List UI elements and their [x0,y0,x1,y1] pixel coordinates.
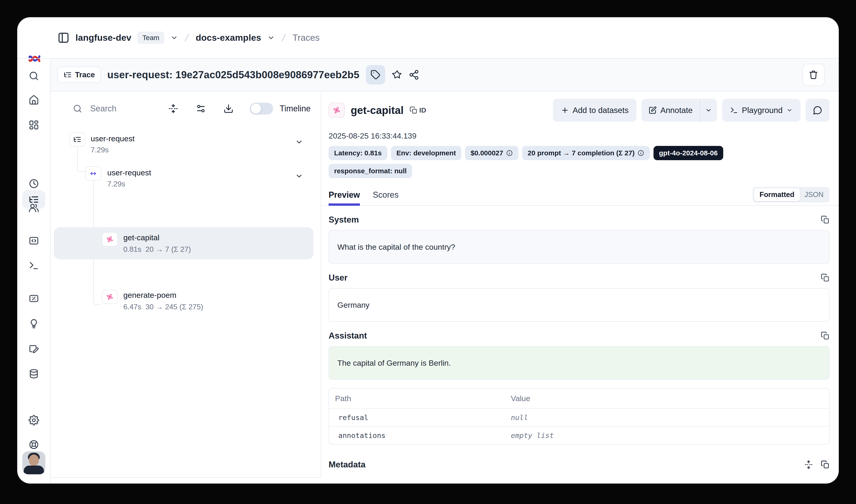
cell-value: null [511,413,528,421]
section-title: User [328,273,347,283]
trace-type-badge: Trace [57,67,101,83]
copy-icon [821,331,830,340]
tag-button[interactable] [366,65,385,85]
fold-vertical-icon [168,104,178,114]
timeline-toggle[interactable] [250,103,273,114]
dashboard-icon[interactable] [29,120,39,130]
format-option-formatted[interactable]: Formatted [754,188,800,201]
breadcrumb-page[interactable]: Traces [292,33,320,43]
copy-id-button[interactable]: ID [410,106,426,114]
star-icon [392,70,402,80]
search-input[interactable]: Search [90,104,117,113]
annotate-dropdown-button[interactable] [699,99,717,122]
copy-icon [821,215,830,224]
copy-metadata-button[interactable] [821,460,830,469]
delete-trace-button[interactable] [802,64,824,86]
copy-section-button[interactable] [821,273,830,282]
toggle-knob [251,104,261,114]
tree-settings-button[interactable] [178,104,206,114]
table-header-row: Path Value [329,389,829,408]
tree-connector [77,147,85,172]
node-name: user-request [91,134,135,143]
users-icon[interactable] [29,202,39,213]
info-icon [637,149,644,157]
user-message-text: Germany [337,301,370,309]
bookmark-star-button[interactable] [392,70,402,80]
settings-gear-icon[interactable] [29,415,39,426]
assistant-message-box: The capital of Germany is Berlin. [328,346,830,380]
format-option-json[interactable]: JSON [800,188,828,201]
top-bar: langfuse-dev Team / docs-examples / Trac… [17,17,839,59]
generation-node-icon [102,232,118,247]
node-tokens: 20 → 7 (Σ 27) [145,245,191,253]
breadcrumb-project[interactable]: docs-examples [196,33,261,43]
comments-button[interactable] [806,99,830,122]
sidebar-nav [17,59,51,484]
project-switcher-chevron-icon[interactable] [267,34,275,42]
section-header-system: System [328,215,830,224]
node-tokens: 30 → 245 (Σ 275) [145,303,203,311]
tab-preview[interactable]: Preview [328,190,360,206]
copy-section-button[interactable] [821,331,830,340]
format-toggle: Formatted JSON [753,187,830,202]
download-button[interactable] [206,104,234,114]
info-icon [506,149,513,157]
prompts-file-code-icon[interactable] [29,235,39,246]
chevron-down-icon [786,107,793,113]
sidebar-toggle-icon[interactable] [57,32,70,44]
token-usage-badge[interactable]: 20 prompt → 7 completion (Σ 27) [522,146,650,160]
org-switcher-chevron-icon[interactable] [170,34,178,42]
tree-toolbar: Search Timeline [51,91,321,126]
add-to-datasets-button[interactable]: Add to datasets [553,99,637,122]
annotate-split-button: Annotate [642,99,717,122]
breadcrumb-org[interactable]: langfuse-dev [75,33,131,43]
scores-icon[interactable] [29,293,39,304]
evals-lightbulb-icon[interactable] [29,318,39,329]
annotation-clipboard-icon[interactable] [29,343,39,354]
badge-row-2: response_format: null [328,164,830,178]
selected-row-highlight [54,227,314,259]
search-icon[interactable] [29,71,39,81]
support-lifebuoy-icon[interactable] [29,439,39,450]
detail-tabs: Preview Scores Formatted JSON [328,186,830,206]
chevron-down-icon [705,107,712,114]
collapse-chevron-icon[interactable] [295,172,303,180]
sliders-icon [196,104,206,114]
badge-row-1: Latency: 0.81s Env: development $0.00002… [328,146,830,160]
trash-icon [808,70,819,80]
section-title: System [328,215,359,224]
column-header-value: Value [511,394,530,403]
assistant-message-text: The capital of Germany is Berlin. [337,359,451,367]
user-avatar[interactable] [22,451,45,474]
metadata-section-header: Metadata [328,460,830,469]
column-header-path: Path [329,394,511,403]
section-header-user: User [328,273,830,283]
expand-metadata-button[interactable] [804,460,813,469]
playground-button[interactable]: Playground [722,99,801,122]
node-duration: 0.81s [123,245,141,253]
playground-label: Playground [742,106,783,115]
sessions-clock-icon[interactable] [29,178,39,189]
home-icon[interactable] [29,95,39,105]
observation-title: get-capital [351,104,404,116]
annotate-button[interactable]: Annotate [642,99,699,122]
datasets-database-icon[interactable] [29,368,39,379]
collapse-chevron-icon[interactable] [295,138,303,146]
playground-terminal-icon[interactable] [29,260,39,271]
unfold-vertical-icon [804,460,813,469]
trace-title: user-request: 19e27ac025d543b008e9086977… [107,69,359,80]
generation-icon [328,103,345,118]
node-name: get-capital [123,233,159,242]
terminal-icon [730,106,738,114]
table-row: refusal null [329,408,829,426]
copy-section-button[interactable] [821,215,830,224]
collapse-all-button[interactable] [168,104,178,114]
download-icon [224,104,234,114]
model-badge[interactable]: gpt-4o-2024-08-06 [654,146,723,160]
share-button[interactable] [409,70,419,80]
trace-header-bar: Trace user-request: 19e27ac025d543b008e9… [51,59,839,91]
search-icon [73,104,83,113]
list-tree-icon [64,71,72,79]
tab-scores[interactable]: Scores [373,190,398,206]
cost-badge[interactable]: $0.000027 [465,146,518,160]
